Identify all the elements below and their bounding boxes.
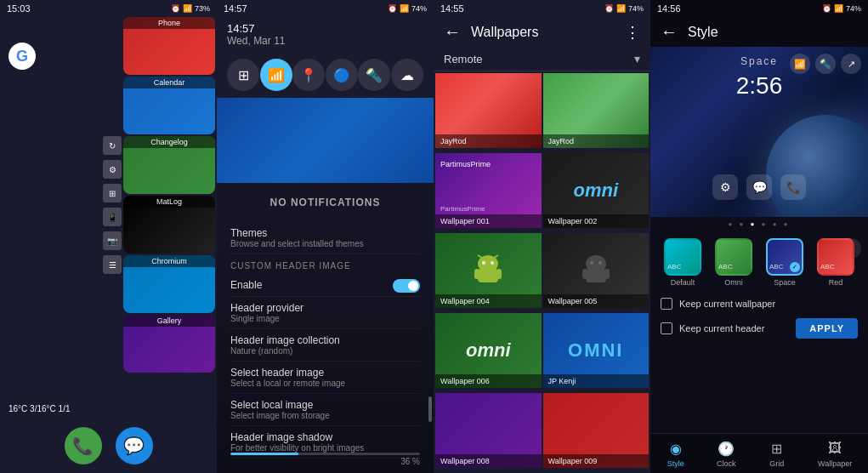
svg-line-6 [478,255,482,258]
nav-clock[interactable]: 🕐 Clock [717,439,736,468]
qs-cloud-icon[interactable]: ☁ [391,59,423,91]
nav-wallpaper[interactable]: 🖼 Wallpaper [818,439,852,468]
dock-sms-icon[interactable]: 💬 [116,427,153,464]
chromium-app-icon[interactable]: Chromium [123,255,215,313]
wallpaper-label: JP Kenji [543,374,650,388]
qs-flashlight-icon[interactable]: 🔦 [358,59,390,91]
apply-button[interactable]: APPLY [796,318,858,339]
wallpaper-label: Wallpaper 009 [543,454,650,468]
alarm-icon: ⏰ [822,4,831,13]
clock-nav-label: Clock [717,459,736,468]
panel-2: 14:57 ⏰ 📶 74% 14:57 Wed, Mar 11 ⊞ 📶 📍 🔵 … [217,0,434,473]
enable-setting[interactable]: Enable [230,274,420,297]
dot-5: ● [773,220,780,228]
panel2-datetime: 14:57 Wed, Mar 11 [217,17,434,52]
gallery-app-icon[interactable]: Gallery [123,315,215,373]
theme-default-preview: ABC [664,238,701,276]
list-item[interactable]: Wallpaper 008 [435,393,542,468]
header-provider-subtitle: Single image [230,314,420,323]
themes-setting[interactable]: Themes Browse and select installed theme… [230,222,420,254]
dock-phone-icon[interactable]: 📞 [65,427,102,464]
select-local-setting[interactable]: Select local image Select image from sto… [230,394,420,426]
qs-grid-icon[interactable]: ⊞ [227,59,259,91]
enable-toggle[interactable] [393,279,420,293]
remote-dropdown[interactable]: Remote ▾ [434,47,650,71]
header-provider-setting[interactable]: Header provider Single image [230,297,420,329]
header-collection-setting[interactable]: Header image collection Nature (random) [230,329,420,362]
list-item[interactable]: Wallpaper 005 [543,233,650,308]
alarm-icon: ⏰ [171,4,180,13]
battery-text: 74% [846,4,861,13]
themes-title: Themes [230,227,420,239]
theme-space[interactable]: ABC ✓ Space [766,238,803,287]
select-header-subtitle: Select a local or remote image [230,379,420,388]
dot-1: ● [728,220,735,228]
changelog-app-icon[interactable]: Changelog [123,136,215,194]
menu-icon[interactable]: ☰ [103,255,122,274]
list-item[interactable]: omni Wallpaper 006 [435,313,542,388]
panel-3: 14:55 ⏰ 📶 74% ← Wallpapers ⋮ Remote ▾ Ja… [434,0,650,473]
list-item[interactable]: OMNI JP Kenji [543,313,650,388]
preview-flashlight-icon: 🔦 [815,54,836,74]
preview-wifi-icon: 📶 [790,54,810,74]
google-icon[interactable]: G [9,43,36,70]
header-shadow-setting[interactable]: Header image shadow For better visibilit… [230,426,420,459]
keep-wallpaper-checkbox[interactable] [661,298,672,310]
panel4-toolbar: ← Style [650,17,868,47]
clock-nav-icon: 🕐 [717,439,735,458]
theme-red[interactable]: ABC Red [817,238,854,287]
refresh-icon[interactable]: ↻ [103,136,122,155]
theme-default[interactable]: ABC Default [664,238,701,287]
list-item[interactable]: PartimusPrime Wallpaper 001 [435,153,542,228]
list-item[interactable]: Wallpaper 004 [435,233,542,308]
select-header-title: Select header image [230,367,420,379]
back-button[interactable]: ← [444,22,461,42]
theme-abc-label: ABC [820,263,834,271]
gallery-app-label: Gallery [123,315,215,327]
themes-row: ABC Default ABC Omni ABC ✓ Space ABC Red [650,231,868,290]
gear-icon[interactable]: ⚙ [103,160,122,179]
nav-grid[interactable]: ⊞ Grid [768,439,786,468]
overflow-menu-button[interactable]: ⋮ [625,23,640,42]
keep-header-checkbox[interactable] [661,322,672,334]
theme-red-preview: ABC [817,238,854,276]
panel3-time: 14:55 [440,3,464,14]
list-item[interactable]: omni Wallpaper 002 [543,153,650,228]
themes-subtitle: Browse and select installed themes [230,239,420,248]
list-item[interactable]: JayRod [435,73,542,148]
omni-logo: omni [573,180,618,202]
preview-settings-icon: ⚙ [712,174,738,200]
qs-bluetooth-icon[interactable]: 🔵 [326,59,358,91]
panel4-time: 14:56 [657,3,681,14]
svg-point-4 [482,261,485,265]
battery-text: 74% [411,4,427,13]
theme-omni[interactable]: ABC Omni [715,238,752,287]
qs-wifi-icon[interactable]: 📶 [260,59,292,91]
qs-location-icon[interactable]: 📍 [292,59,325,91]
omni-logo: omni [466,339,511,362]
keep-wallpaper-label: Keep current wallpaper [679,299,775,309]
wallpaper-grid: JayRod JayRod PartimusPrime Wallpaper 00… [434,71,650,473]
selected-checkmark: ✓ [790,262,800,272]
panel3-status-icons: ⏰ 📶 74% [604,4,644,13]
omni-text: OMNI [568,339,623,362]
svg-rect-9 [586,269,606,282]
phone-icon[interactable]: 📱 [103,208,122,226]
nav-style[interactable]: ◉ Style [667,439,685,468]
camera-icon[interactable]: 📷 [103,231,122,250]
list-item[interactable]: JayRod [543,73,650,148]
calendar-app-icon[interactable]: Calendar [123,77,215,134]
svg-rect-11 [604,269,610,279]
header-collection-subtitle: Nature (random) [230,346,420,356]
bottom-navigation: ◉ Style 🕐 Clock ⊞ Grid 🖼 Wallpaper [650,433,868,473]
back-button[interactable]: ← [661,22,678,42]
signal-icon: 📶 [400,4,409,13]
select-header-setting[interactable]: Select header image Select a local or re… [230,362,420,394]
preview-top-icons: 📶 🔦 ↗ [790,54,861,74]
preview-share-icon: ↗ [841,54,861,74]
matlog-app-icon[interactable]: MatLog [123,196,215,254]
preview-theme-label: Space [740,55,778,67]
list-item[interactable]: Wallpaper 009 [543,393,650,468]
grid-icon[interactable]: ⊞ [103,184,122,202]
phone-app-icon[interactable]: Phone [123,17,215,75]
